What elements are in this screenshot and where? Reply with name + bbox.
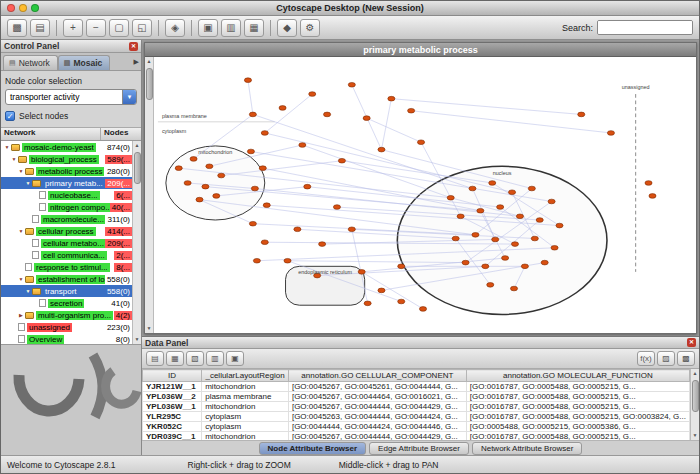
doc-icon: [32, 239, 39, 247]
scroll-down-icon[interactable]: ▼: [135, 335, 140, 344]
collapse-icon[interactable]: ▼: [17, 276, 25, 282]
zoom-in-button[interactable]: +: [63, 19, 83, 37]
collapse-icon[interactable]: ▼: [3, 144, 11, 150]
network-tab-icon: ▤: [9, 59, 16, 67]
tree-item-count: 874(0): [105, 143, 132, 152]
collapse-icon[interactable]: ▼: [24, 180, 32, 186]
table-row[interactable]: YLR295Ccytoplasm[GO:0045263, GO:0044444,…: [143, 412, 690, 422]
tree-item-metabolic-process[interactable]: ▼metabolic process280(0): [1, 165, 132, 177]
select-attributes-button[interactable]: ▤: [146, 351, 164, 366]
vizmapper-button[interactable]: ◆: [277, 19, 297, 37]
tree-item-multi-organism-pro[interactable]: ▶multi-organism pro...4(2): [1, 309, 132, 321]
tree-item-overview[interactable]: Overview8(0): [1, 333, 132, 344]
collapse-icon[interactable]: ▼: [10, 156, 18, 162]
tree-item-macromolecule[interactable]: macromolecule...311(0): [1, 213, 132, 225]
scroll-down-icon[interactable]: ▼: [693, 431, 698, 440]
tab-network-attribute-browser[interactable]: Network Attribute Browser: [472, 442, 582, 455]
import-attribute-table-button[interactable]: ▨: [657, 351, 675, 366]
tree-item-nucleobase[interactable]: nucleobase...6(...: [1, 189, 132, 201]
scroll-up-icon[interactable]: ▲: [693, 369, 698, 378]
tree-item-transport[interactable]: ▼transport558(0): [1, 285, 132, 297]
tree-item-cell-communica[interactable]: cell communica...2(...: [1, 249, 132, 261]
tree-item-count: 209(...: [105, 179, 132, 188]
toolbar-separator: [270, 20, 271, 36]
scroll-up-icon[interactable]: ▲: [135, 141, 140, 150]
table-scrollbar[interactable]: ▲ ▼: [690, 369, 699, 440]
tab-overflow-icon[interactable]: ▶: [134, 58, 139, 66]
formula-builder-button[interactable]: f(x): [637, 351, 655, 366]
table-row[interactable]: YPL036W__2plasma membrane[GO:0045267, GO…: [143, 392, 690, 402]
canvas-scrollbar[interactable]: ▲ ▼: [145, 57, 154, 333]
collapse-icon[interactable]: ▼: [17, 168, 25, 174]
preferences-button[interactable]: ⚙: [300, 19, 320, 37]
tab-mosaic[interactable]: ▤Mosaic: [58, 55, 110, 70]
tree-column-nodes: Nodes: [101, 128, 141, 140]
zoom-selected-region-button[interactable]: ▢: [109, 19, 129, 37]
scroll-up-icon[interactable]: ▲: [147, 57, 152, 66]
tree-item-establishment-of-lo[interactable]: ▼establishment of lo...558(0): [1, 273, 132, 285]
table-row[interactable]: YJR121W__1mitochondrion[GO:0045267, GO:0…: [143, 382, 690, 392]
tree-column-network: Network: [1, 128, 101, 140]
table-row[interactable]: YKR052Ccytoplasm[GO:0044444, GO:0044424,…: [143, 422, 690, 432]
zoom-fit-button[interactable]: ◱: [132, 19, 152, 37]
tree-item-cellular-process[interactable]: ▼cellular process414(...: [1, 225, 132, 237]
tree-item-primary-metab[interactable]: ▼primary metab...209(...: [1, 177, 132, 189]
tree-item-mosaic-demo-yeast[interactable]: ▼mosaic-demo-yeast874(0): [1, 141, 132, 153]
tree-item-response-to-stimul[interactable]: response to stimul...8(...: [1, 261, 132, 273]
open-session-button[interactable]: ▤: [30, 19, 50, 37]
cell-value: mitochondrion: [202, 402, 289, 412]
cell-value: [GO:0045263, GO:0044444, GO:0044424, G..…: [288, 412, 466, 422]
tree-scrollbar[interactable]: ▲ ▼: [132, 141, 141, 344]
collapse-icon[interactable]: ▼: [24, 288, 32, 294]
tree-item-biological-process[interactable]: ▼biological_process589(...: [1, 153, 132, 165]
tab-node-attribute-browser[interactable]: Node Attribute Browser: [259, 442, 367, 455]
scroll-down-icon[interactable]: ▼: [147, 324, 152, 333]
import-network-button[interactable]: ▣: [198, 19, 218, 37]
svg-text:endoplasmic reticulum: endoplasmic reticulum: [298, 269, 353, 275]
tree-item-count: 40(...: [110, 203, 132, 212]
table-row[interactable]: YPL036W__1mitochondrion[GO:0045267, GO:0…: [143, 402, 690, 412]
tab-network[interactable]: ▤Network: [3, 55, 58, 70]
network-overview-button[interactable]: ◈: [165, 19, 185, 37]
tree-item-secretion[interactable]: secretion41(0): [1, 297, 132, 309]
cell-id: YKR052C: [143, 422, 202, 432]
unselect-all-attributes-button[interactable]: ▣: [226, 351, 244, 366]
expand-icon[interactable]: ▶: [17, 312, 25, 318]
tab-edge-attribute-browser[interactable]: Edge Attribute Browser: [369, 442, 469, 455]
tree-item-cellular-metabo[interactable]: cellular metabo...209(...: [1, 237, 132, 249]
import-attributes-button[interactable]: ▥: [221, 19, 241, 37]
zoom-out-button[interactable]: −: [86, 19, 106, 37]
select-all-attributes-button[interactable]: ▥: [206, 351, 224, 366]
close-panel-icon[interactable]: ✕: [129, 42, 138, 51]
delete-attribute-button[interactable]: ▧: [186, 351, 204, 366]
zoom-window-button[interactable]: [31, 4, 39, 12]
search-combobox[interactable]: ▾: [597, 20, 693, 35]
column-header[interactable]: _cellularLayoutRegion: [202, 370, 289, 382]
collapse-icon[interactable]: ▼: [17, 228, 25, 234]
scrollbar-thumb[interactable]: [692, 380, 699, 412]
tree-item-count: 209(...: [105, 239, 132, 248]
tree-item-nitrogen-compo[interactable]: nitrogen compo...40(...: [1, 201, 132, 213]
column-header[interactable]: ID: [143, 370, 202, 382]
column-header[interactable]: annotation.GO CELLULAR_COMPONENT: [288, 370, 466, 382]
column-header[interactable]: annotation.GO MOLECULAR_FUNCTION: [466, 370, 689, 382]
tree-item-label: cellular metabo...: [41, 239, 105, 248]
tree-item-unassigned[interactable]: unassigned223(0): [1, 321, 132, 333]
export-attribute-table-button[interactable]: ▩: [677, 351, 695, 366]
svg-text:unassigned: unassigned: [622, 85, 650, 91]
close-panel-icon[interactable]: ✕: [687, 338, 696, 347]
scrollbar-thumb[interactable]: [134, 152, 141, 184]
cell-value: [GO:0044444, GO:0044424, GO:0044446, G..…: [288, 422, 466, 432]
new-session-button[interactable]: ▩: [7, 19, 27, 37]
attribute-table[interactable]: ID_cellularLayoutRegionannotation.GO CEL…: [142, 369, 690, 442]
close-window-button[interactable]: [7, 4, 15, 12]
titlebar: Cytoscape Desktop (New Session): [1, 1, 699, 16]
search-input[interactable]: [598, 21, 693, 34]
network-canvas[interactable]: plasma membranecytoplasmmitochondrionnuc…: [154, 57, 696, 333]
minimize-window-button[interactable]: [19, 4, 27, 12]
node-color-select[interactable]: transporter activity ▾: [5, 89, 137, 105]
scrollbar-thumb[interactable]: [146, 68, 153, 100]
import-expression-button[interactable]: ▦: [244, 19, 264, 37]
create-attribute-button[interactable]: ▦: [166, 351, 184, 366]
select-nodes-checkbox[interactable]: ✓: [5, 111, 15, 121]
